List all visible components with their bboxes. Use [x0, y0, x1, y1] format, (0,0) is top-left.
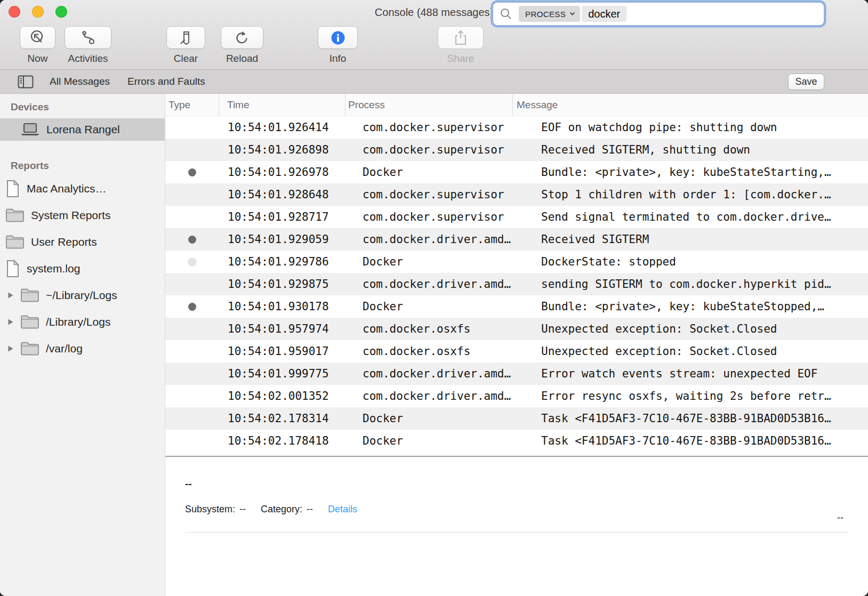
log-row[interactable]: 10:54:01.928717 com.docker.supervisor Se…: [165, 206, 868, 228]
sidebar-item-report[interactable]: User Reports: [0, 229, 165, 255]
log-row[interactable]: 10:54:01.926898 com.docker.supervisor Re…: [165, 139, 868, 161]
cell-message: EOF on watchdog pipe: shutting down: [530, 121, 868, 134]
clear-icon: [178, 29, 194, 46]
log-row[interactable]: 10:54:02.178314 Docker Task <F41D5AF3-7C…: [165, 407, 868, 430]
cell-message: Error resync osxfs, waiting 2s before re…: [530, 390, 868, 402]
disclosure-triangle-icon[interactable]: [7, 345, 15, 352]
folder-icon: [5, 235, 25, 249]
laptop-icon: [20, 123, 40, 136]
log-row[interactable]: 10:54:02.001352 com.docker.driver.amd… E…: [165, 385, 868, 407]
activities-icon: [79, 29, 97, 46]
log-row[interactable]: 10:54:01.929059 com.docker.driver.amd… R…: [165, 228, 868, 251]
sidebar-item-report[interactable]: ~/Library/Logs: [0, 282, 165, 309]
reload-icon: [234, 29, 251, 46]
document-icon: [5, 260, 20, 278]
column-header-process[interactable]: Process: [345, 94, 512, 116]
log-row[interactable]: 10:54:01.929875 com.docker.driver.amd… s…: [165, 273, 868, 295]
search-field[interactable]: PROCESS docker: [493, 3, 824, 25]
sidebar-item-label: ~/Library/Logs: [46, 289, 117, 302]
cell-message: Unexpected exception: Socket.Closed: [530, 323, 868, 335]
cell-process: com.docker.osxfs: [354, 345, 530, 358]
column-header-time[interactable]: Time: [219, 94, 345, 116]
activities-button[interactable]: Activities: [65, 27, 111, 65]
sidebar-item-report[interactable]: system.log: [0, 255, 165, 282]
sidebar-item-label: /var/log: [46, 342, 83, 355]
share-button: Share: [438, 27, 483, 65]
type-dot-icon: [188, 168, 196, 176]
search-filter-token[interactable]: PROCESS: [519, 6, 580, 22]
clear-button[interactable]: Clear: [167, 27, 205, 65]
save-button[interactable]: Save: [789, 74, 824, 90]
details-link[interactable]: Details: [328, 504, 357, 515]
sidebar-toggle-button[interactable]: [18, 75, 34, 88]
console-window: Console (488 messages) Now Activities Cl…: [0, 0, 868, 596]
sidebar-item-label: system.log: [27, 262, 80, 275]
type-dot-icon: [188, 258, 196, 266]
log-row[interactable]: 10:54:01.930178 Docker Bundle: <private>…: [165, 295, 868, 318]
cell-message: Bundle: <private>, key: kubeStateStartin…: [530, 166, 868, 179]
sidebar-item-label: /Library/Logs: [46, 316, 110, 328]
cell-process: Docker: [354, 300, 530, 313]
log-table-body: 10:54:01.926414 com.docker.supervisor EO…: [165, 116, 868, 452]
filter-all-messages[interactable]: All Messages: [50, 76, 110, 87]
toolbar-area: Console (488 messages) Now Activities Cl…: [0, 0, 868, 70]
search-icon: [500, 8, 512, 20]
cell-time: 10:54:01.929059: [219, 233, 354, 246]
cell-process: com.docker.driver.amd…: [354, 278, 530, 291]
jump-to-now-icon: [29, 29, 46, 46]
cell-message: Received SIGTERM, shutting down: [530, 143, 868, 156]
cell-message: Error watch events stream: unexpected EO…: [530, 367, 868, 380]
reports-list: Mac Analytics… System Reports: [0, 175, 165, 362]
now-button[interactable]: Now: [20, 27, 55, 65]
sidebar-item-label: System Reports: [31, 209, 110, 222]
cell-message: Unexpected exception: Socket.Closed: [530, 345, 868, 358]
log-row[interactable]: 10:54:02.178418 Docker Task <F41D5AF3-7C…: [165, 430, 868, 452]
sidebar-item-label: Lorena Rangel: [46, 123, 120, 136]
cell-time: 10:54:01.926898: [219, 143, 354, 156]
log-row[interactable]: 10:54:01.959017 com.docker.osxfs Unexpec…: [165, 340, 868, 363]
log-row[interactable]: 10:54:01.929786 Docker DockerState: stop…: [165, 251, 868, 273]
sidebar-item-device[interactable]: Lorena Rangel: [0, 118, 165, 141]
log-row[interactable]: 10:54:01.926978 Docker Bundle: <private>…: [165, 161, 868, 183]
disclosure-triangle-icon[interactable]: [7, 318, 15, 326]
reload-button[interactable]: Reload: [221, 27, 263, 65]
info-icon: [331, 30, 345, 45]
column-header-message[interactable]: Message: [512, 94, 868, 116]
info-button[interactable]: Info: [318, 27, 357, 65]
cell-time: 10:54:01.959017: [219, 345, 354, 358]
folder-icon: [20, 288, 39, 303]
cell-time: 10:54:02.178418: [219, 434, 354, 447]
detail-title: --: [185, 478, 868, 490]
filter-errors-and-faults[interactable]: Errors and Faults: [127, 76, 205, 87]
cell-message: Task <F41D5AF3-7C10-467E-83BB-91BAD0D53B…: [530, 434, 868, 447]
category-value: --: [307, 504, 313, 515]
log-row[interactable]: 10:54:01.926414 com.docker.supervisor EO…: [165, 116, 868, 139]
sidebar-item-report[interactable]: /var/log: [0, 335, 165, 362]
cell-process: com.docker.supervisor: [354, 143, 530, 156]
log-row[interactable]: 10:54:01.999775 com.docker.driver.amd… E…: [165, 363, 868, 385]
sidebar-item-report[interactable]: /Library/Logs: [0, 309, 165, 335]
cell-process: com.docker.supervisor: [354, 121, 530, 134]
cell-time: 10:54:01.930178: [219, 300, 354, 313]
cell-time: 10:54:02.001352: [219, 390, 354, 402]
cell-process: Docker: [354, 412, 530, 425]
cell-message: sending SIGTERM to com.docker.hyperkit p…: [530, 278, 868, 291]
log-row[interactable]: 10:54:01.957974 com.docker.osxfs Unexpec…: [165, 318, 868, 340]
cell-time: 10:54:01.926978: [219, 166, 354, 179]
cell-process: com.docker.driver.amd…: [354, 390, 530, 402]
cell-process: Docker: [354, 434, 530, 447]
type-dot-icon: [188, 303, 196, 311]
column-header-type[interactable]: Type: [165, 94, 219, 116]
log-row[interactable]: 10:54:01.928648 com.docker.supervisor St…: [165, 183, 868, 206]
cell-message: Send signal terminated to com.docker.dri…: [530, 211, 868, 223]
search-input[interactable]: docker: [582, 6, 626, 22]
cell-process: com.docker.driver.amd…: [354, 233, 530, 246]
type-dot-icon: [188, 236, 196, 244]
cell-process: com.docker.osxfs: [354, 323, 530, 335]
sidebar-item-report[interactable]: System Reports: [0, 202, 165, 229]
cell-process: Docker: [354, 255, 530, 268]
table-bottom-separator: [165, 456, 868, 457]
cell-message: Received SIGTERM: [530, 233, 868, 246]
disclosure-triangle-icon[interactable]: [7, 292, 15, 299]
sidebar-item-report[interactable]: Mac Analytics…: [0, 175, 165, 202]
